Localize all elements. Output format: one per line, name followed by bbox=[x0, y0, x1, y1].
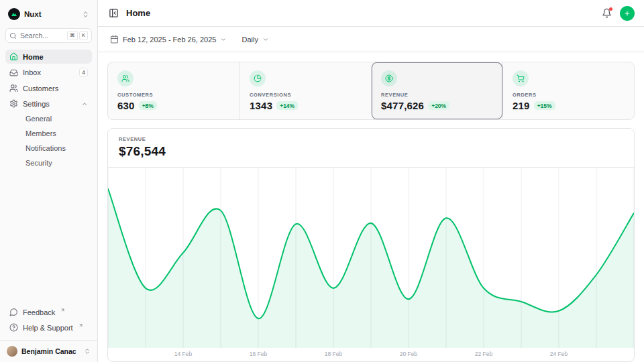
sidebar-item-feedback[interactable]: Feedback bbox=[5, 305, 92, 319]
sidebar-item-settings[interactable]: Settings bbox=[5, 97, 92, 111]
sidebar-item-help-support[interactable]: Help & Support bbox=[5, 320, 92, 335]
help-circle-icon bbox=[9, 323, 18, 332]
sidebar-item-security[interactable]: Security bbox=[5, 156, 92, 170]
arrow-up-right-icon bbox=[60, 308, 65, 312]
kbd-k: K bbox=[79, 31, 88, 40]
stat-label: REVENUE bbox=[381, 92, 493, 98]
sidebar-item-label: Customers bbox=[23, 84, 58, 93]
plus-icon bbox=[624, 9, 631, 17]
sidebar-item-label: Help & Support bbox=[23, 324, 73, 332]
stat-delta-badge: +14% bbox=[276, 101, 298, 110]
chart-header: REVENUE $76,544 bbox=[108, 129, 634, 168]
stat-value: $477,626 bbox=[381, 100, 424, 111]
stat-delta-badge: +8% bbox=[139, 101, 157, 110]
add-button[interactable] bbox=[620, 6, 635, 21]
main-panel: Home Feb 12, 2025 - Feb 26, 2025 Daily bbox=[98, 0, 644, 362]
calendar-icon bbox=[110, 35, 119, 44]
shopping-cart-icon bbox=[513, 70, 529, 86]
circle-dollar-icon bbox=[381, 70, 397, 86]
house-icon bbox=[9, 52, 18, 61]
kbd-cmd: ⌘ bbox=[67, 31, 78, 40]
x-axis-label: 20 Feb bbox=[400, 351, 417, 357]
user-menu[interactable]: Benjamin Canac bbox=[0, 340, 97, 362]
stat-card-orders[interactable]: ORDERS 219 +15% bbox=[502, 62, 634, 119]
sidebar-nav: Home Inbox 4 Customers Settings General … bbox=[5, 50, 92, 170]
avatar bbox=[7, 346, 17, 357]
stat-value: 1343 bbox=[250, 100, 272, 111]
chart-title: REVENUE bbox=[119, 136, 623, 142]
stat-card-customers[interactable]: CUSTOMERS 630 +8% bbox=[108, 62, 239, 119]
sidebar-item-label: Home bbox=[23, 53, 44, 61]
inbox-icon bbox=[9, 68, 18, 77]
users-icon bbox=[9, 84, 18, 93]
search-placeholder: Search... bbox=[20, 32, 48, 40]
users-icon bbox=[117, 70, 133, 86]
sidebar-item-customers[interactable]: Customers bbox=[5, 81, 92, 95]
search-input[interactable]: Search... ⌘ K bbox=[5, 28, 92, 43]
search-icon bbox=[9, 32, 17, 40]
team-name: Nuxt bbox=[24, 10, 42, 18]
inbox-count-badge: 4 bbox=[79, 68, 88, 77]
x-axis-label: 22 Feb bbox=[475, 351, 492, 357]
revenue-area-chart-svg bbox=[108, 168, 634, 348]
collapse-sidebar-button[interactable] bbox=[107, 7, 120, 19]
panel-left-close-icon bbox=[109, 8, 119, 18]
stat-value: 219 bbox=[513, 100, 530, 111]
x-axis: 14 Feb16 Feb18 Feb20 Feb22 Feb24 Feb bbox=[108, 348, 634, 361]
dashboard-content: CUSTOMERS 630 +8% CONVERSIONS 1343 +14% bbox=[98, 52, 644, 362]
date-range-picker[interactable]: Feb 12, 2025 - Feb 26, 2025 bbox=[107, 32, 229, 46]
chevron-down-icon bbox=[220, 36, 227, 43]
stat-value: 630 bbox=[117, 100, 135, 111]
stat-label: CUSTOMERS bbox=[117, 92, 230, 98]
sidebar-item-label: Inbox bbox=[23, 68, 41, 76]
stat-delta-badge: +15% bbox=[534, 101, 555, 110]
message-bubble-icon bbox=[9, 308, 18, 316]
stat-label: ORDERS bbox=[513, 92, 625, 98]
stats-strip: CUSTOMERS 630 +8% CONVERSIONS 1343 +14% bbox=[107, 62, 635, 120]
sidebar-item-inbox[interactable]: Inbox 4 bbox=[5, 65, 92, 80]
header-actions bbox=[602, 6, 635, 21]
chevrons-up-down-icon bbox=[82, 11, 89, 18]
chart-current-value: $76,544 bbox=[119, 144, 623, 159]
granularity-label: Daily bbox=[241, 36, 258, 44]
sidebar-spacer bbox=[5, 170, 92, 305]
filter-toolbar: Feb 12, 2025 - Feb 26, 2025 Daily bbox=[98, 27, 644, 52]
gear-icon bbox=[9, 99, 18, 108]
notification-dot bbox=[609, 7, 612, 11]
stat-delta-badge: +20% bbox=[428, 101, 449, 110]
sidebar: Nuxt Search... ⌘ K Home Inbox 4 Customer… bbox=[0, 0, 98, 362]
x-axis-label: 24 Feb bbox=[550, 351, 568, 357]
sidebar-item-label: Feedback bbox=[23, 308, 55, 316]
search-shortcut: ⌘ K bbox=[67, 31, 88, 40]
granularity-select[interactable]: Daily bbox=[239, 33, 271, 46]
nuxt-logo-icon bbox=[8, 8, 20, 20]
sidebar-item-label: Settings bbox=[23, 100, 50, 108]
x-axis-label: 16 Feb bbox=[250, 351, 267, 357]
stat-label: CONVERSIONS bbox=[250, 92, 362, 98]
x-axis-label: 18 Feb bbox=[325, 351, 342, 357]
sidebar-footer-nav: Feedback Help & Support bbox=[5, 305, 92, 335]
chevron-down-icon bbox=[262, 36, 269, 43]
sidebar-item-home[interactable]: Home bbox=[5, 50, 92, 64]
revenue-chart-card: REVENUE $76,544 14 Feb16 Feb18 Feb20 Feb… bbox=[107, 128, 635, 362]
top-header: Home bbox=[98, 0, 644, 27]
stat-card-revenue[interactable]: REVENUE $477,626 +20% bbox=[371, 62, 502, 119]
x-axis-label: 14 Feb bbox=[174, 351, 192, 357]
area-chart bbox=[108, 168, 634, 348]
sidebar-item-general[interactable]: General bbox=[5, 112, 92, 125]
arrow-up-right-icon bbox=[78, 323, 83, 328]
chevrons-up-down-icon bbox=[84, 348, 91, 355]
chart-pie-icon bbox=[250, 70, 266, 86]
sidebar-item-notifications[interactable]: Notifications bbox=[5, 141, 92, 155]
sidebar-item-members[interactable]: Members bbox=[5, 127, 92, 140]
notifications-button[interactable] bbox=[602, 8, 612, 18]
team-selector[interactable]: Nuxt bbox=[5, 7, 92, 21]
page-title: Home bbox=[126, 8, 150, 18]
stat-card-conversions[interactable]: CONVERSIONS 1343 +14% bbox=[239, 62, 371, 119]
date-range-label: Feb 12, 2025 - Feb 26, 2025 bbox=[123, 36, 216, 44]
user-name: Benjamin Canac bbox=[21, 347, 76, 355]
chevron-up-icon bbox=[81, 101, 88, 107]
